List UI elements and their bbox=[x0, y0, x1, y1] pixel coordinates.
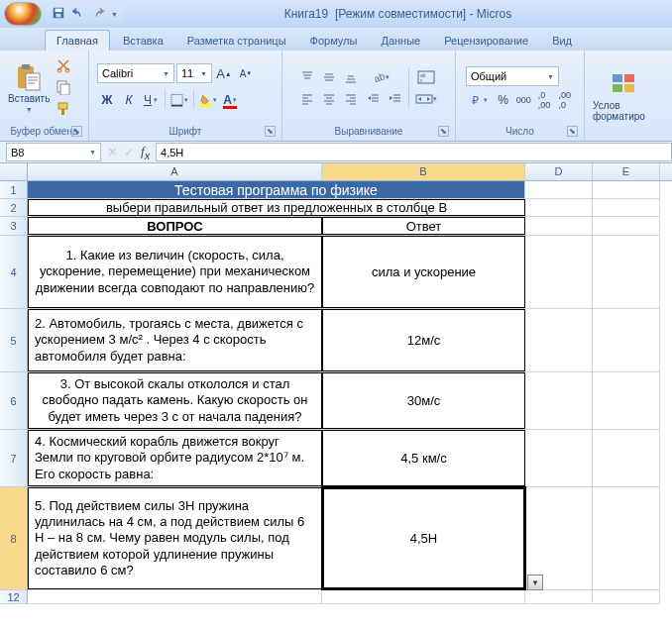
accounting-format-button[interactable]: ₽▾ bbox=[466, 90, 492, 110]
align-bottom-icon[interactable] bbox=[341, 67, 361, 87]
expand-icon[interactable]: ⬊ bbox=[567, 126, 578, 137]
cell[interactable] bbox=[593, 199, 660, 216]
col-header-e[interactable]: E bbox=[593, 163, 660, 180]
cell[interactable] bbox=[28, 590, 322, 603]
cell[interactable] bbox=[525, 372, 593, 429]
cell[interactable] bbox=[322, 590, 525, 603]
decrease-indent-icon[interactable] bbox=[364, 89, 384, 109]
underline-button[interactable]: Ч▾ bbox=[141, 90, 161, 110]
cell[interactable] bbox=[593, 217, 660, 235]
answer-cell[interactable]: 12м/с bbox=[322, 309, 525, 371]
font-color-button[interactable]: A▾ bbox=[220, 90, 240, 110]
conditional-formatting-button[interactable]: Услов форматиро bbox=[591, 68, 658, 124]
align-right-icon[interactable] bbox=[341, 89, 361, 109]
cell[interactable] bbox=[593, 487, 660, 589]
row-header[interactable]: 7 bbox=[0, 430, 27, 487]
cell-dropdown-button[interactable]: ▼ bbox=[527, 575, 543, 590]
answer-cell[interactable]: 30м/с bbox=[322, 372, 525, 429]
save-icon[interactable] bbox=[52, 6, 65, 22]
expand-icon[interactable]: ⬊ bbox=[265, 126, 276, 137]
question-cell[interactable]: 2. Автомобиль, трогаясь с места, движетс… bbox=[28, 309, 322, 371]
align-top-icon[interactable] bbox=[297, 67, 317, 87]
fx-icon[interactable]: fx bbox=[141, 144, 150, 161]
shrink-font-icon[interactable]: A▼ bbox=[236, 63, 256, 83]
row-header[interactable]: 12 bbox=[0, 590, 27, 604]
question-cell[interactable]: 1. Какие из величин (скорость, сила, уск… bbox=[28, 236, 322, 308]
answer-cell[interactable]: сила и ускорение bbox=[322, 236, 525, 308]
row-header[interactable]: 6 bbox=[0, 372, 27, 430]
row-header[interactable]: 3 bbox=[0, 217, 27, 236]
align-middle-icon[interactable] bbox=[319, 67, 339, 87]
tab-data[interactable]: Данные bbox=[370, 31, 431, 51]
border-button[interactable]: ▾ bbox=[169, 90, 189, 110]
sheet-subtitle[interactable]: выбери правильный ответ из предложенных … bbox=[28, 199, 525, 216]
cell[interactable] bbox=[593, 430, 660, 486]
percent-button[interactable]: % bbox=[494, 90, 512, 110]
question-cell[interactable]: 5. Под действием силы 3Н пружина удлинил… bbox=[28, 487, 322, 589]
paste-button[interactable]: Вставить ▼ bbox=[6, 61, 52, 115]
tab-formulas[interactable]: Формулы bbox=[299, 31, 369, 51]
cell[interactable] bbox=[525, 309, 593, 371]
cell[interactable] bbox=[593, 236, 660, 308]
question-cell[interactable]: 3. От высокой скалы откололся и стал сво… bbox=[28, 372, 322, 429]
name-box[interactable]: B8▼ bbox=[6, 143, 101, 161]
cell[interactable] bbox=[525, 236, 593, 308]
copy-icon[interactable] bbox=[56, 79, 71, 97]
row-header[interactable]: 4 bbox=[0, 236, 27, 309]
row-header[interactable]: 2 bbox=[0, 199, 27, 217]
format-painter-icon[interactable] bbox=[56, 101, 71, 119]
decrease-decimal-icon[interactable]: ,00,0 bbox=[555, 90, 574, 110]
tab-view[interactable]: Вид bbox=[541, 31, 583, 51]
tab-insert[interactable]: Вставка bbox=[112, 31, 174, 51]
align-left-icon[interactable] bbox=[297, 89, 317, 109]
cancel-icon[interactable]: ✕ bbox=[107, 145, 118, 159]
merge-button[interactable]: ▾ bbox=[412, 89, 440, 109]
cell[interactable] bbox=[593, 372, 660, 429]
expand-icon[interactable]: ⬊ bbox=[71, 126, 82, 137]
col-header-a[interactable]: A bbox=[28, 163, 322, 180]
answer-cell-active[interactable]: 4,5Н bbox=[322, 487, 525, 589]
column-question-header[interactable]: ВОПРОС bbox=[28, 217, 322, 235]
orientation-button[interactable]: ab▾ bbox=[364, 67, 397, 87]
redo-icon[interactable] bbox=[91, 6, 105, 22]
row-header[interactable]: 1 bbox=[0, 181, 27, 199]
font-size-select[interactable]: 11▼ bbox=[176, 63, 212, 83]
row-header[interactable]: 8 bbox=[0, 487, 27, 590]
bold-button[interactable]: Ж bbox=[97, 90, 117, 110]
cell[interactable] bbox=[525, 217, 593, 235]
increase-indent-icon[interactable] bbox=[386, 89, 405, 109]
col-header-b[interactable]: B bbox=[322, 163, 525, 180]
fill-color-button[interactable]: ▾ bbox=[198, 90, 218, 110]
tab-page-layout[interactable]: Разметка страницы bbox=[176, 31, 297, 51]
expand-icon[interactable]: ⬊ bbox=[438, 126, 449, 137]
cell[interactable] bbox=[593, 181, 660, 198]
column-answer-header[interactable]: Ответ bbox=[322, 217, 525, 235]
grow-font-icon[interactable]: A▲ bbox=[214, 63, 234, 83]
enter-icon[interactable]: ✓ bbox=[124, 145, 135, 159]
tab-home[interactable]: Главная bbox=[45, 30, 110, 51]
align-center-icon[interactable] bbox=[319, 89, 339, 109]
cell[interactable] bbox=[593, 309, 660, 371]
font-name-select[interactable]: Calibri▼ bbox=[97, 63, 174, 83]
answer-cell[interactable]: 4,5 км/с bbox=[322, 430, 525, 486]
increase-decimal-icon[interactable]: ,0,00 bbox=[535, 90, 554, 110]
cut-icon[interactable] bbox=[56, 57, 71, 75]
italic-button[interactable]: К bbox=[119, 90, 139, 110]
cell[interactable] bbox=[525, 430, 593, 486]
cell[interactable] bbox=[593, 590, 660, 603]
qat-dropdown-icon[interactable]: ▼ bbox=[111, 11, 118, 18]
question-cell[interactable]: 4. Космический корабль движется вокруг З… bbox=[28, 430, 322, 486]
cell[interactable] bbox=[525, 590, 593, 603]
tab-review[interactable]: Рецензирование bbox=[433, 31, 539, 51]
sheet-title[interactable]: Тестовая программа по физике bbox=[28, 181, 525, 198]
comma-button[interactable]: 000 bbox=[514, 90, 533, 110]
cell[interactable] bbox=[525, 181, 593, 198]
wrap-text-button[interactable]: abc bbox=[412, 67, 440, 87]
row-header[interactable]: 5 bbox=[0, 309, 27, 372]
col-header-d[interactable]: D bbox=[525, 163, 593, 180]
office-button[interactable] bbox=[4, 2, 42, 26]
number-format-select[interactable]: Общий▼ bbox=[466, 66, 559, 86]
formula-input[interactable]: 4,5Н bbox=[156, 143, 672, 161]
select-all-corner[interactable] bbox=[0, 163, 28, 180]
cell[interactable] bbox=[525, 199, 593, 216]
